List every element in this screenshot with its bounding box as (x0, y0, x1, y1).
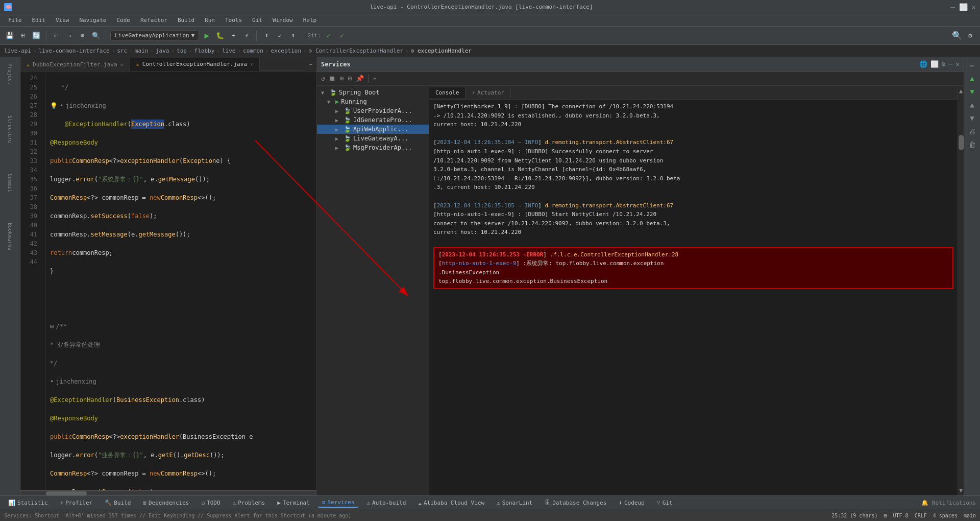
right-icon-up2[interactable]: ▲ (968, 99, 975, 110)
editor-scrollbar-h[interactable] (20, 490, 316, 495)
code-content[interactable]: */ 💡 • jinchenxing @ExceptionHandler(Exc… (46, 72, 316, 490)
status-indent[interactable]: 4 spaces (933, 513, 958, 518)
tree-api-web[interactable]: ▶ 🍃 ApiWebApplic... (317, 125, 429, 134)
menu-window[interactable]: Window (268, 16, 297, 25)
status-branch[interactable]: main (964, 513, 976, 518)
services-close-icon[interactable]: ✕ (955, 60, 960, 68)
toolbar-forward[interactable]: → (64, 30, 75, 41)
right-icon-down2[interactable]: ▼ (968, 112, 975, 124)
project-icon[interactable]: Project (5, 61, 15, 87)
run-configuration[interactable]: LiveGatewayApplication ▼ (110, 31, 199, 40)
tab-close[interactable]: ✕ (120, 62, 124, 67)
menu-build[interactable]: Build (174, 16, 199, 25)
menu-tools[interactable]: Tools (221, 16, 246, 25)
toolbar-nav[interactable]: ⊕ (77, 30, 88, 41)
tabs-more[interactable]: ⋯ (304, 58, 316, 71)
bottom-tab-todo[interactable]: ☑ TODO (197, 499, 224, 507)
profiler-icon: ⚡ (60, 500, 64, 506)
tab-controller-exception-handler[interactable]: ☕ ControllerExceptionHandler.java ✕ (130, 58, 260, 71)
bottom-tab-services[interactable]: ⚙ Services (318, 498, 359, 508)
right-icon-delete[interactable]: 🗑 (967, 139, 977, 150)
coverage-button[interactable]: ☂ (228, 30, 239, 41)
bottom-tab-problems[interactable]: ⚠ Problems (229, 499, 270, 507)
bottom-tab-profiler[interactable]: ⚡ Profiler (56, 499, 97, 507)
tab-dubbo-filter[interactable]: ☕ DubboExceptionFilter.java ✕ (20, 58, 130, 71)
profile-button[interactable]: ⚡ (241, 30, 252, 41)
tree-live-gateway[interactable]: ▶ 🍃 LiveGatewayA... (317, 134, 429, 143)
menu-code[interactable]: Code (112, 16, 134, 25)
tree-user-provider[interactable]: ▶ 🍃 UserProviderA... (317, 106, 429, 115)
tree-arrow-spring: ▼ (321, 90, 327, 96)
services-settings-icon[interactable]: ⚙ (942, 60, 946, 68)
menu-edit[interactable]: Edit (28, 16, 50, 25)
right-icon-print[interactable]: 🖨 (967, 126, 977, 137)
tree-id-generate[interactable]: ▶ 🍃 IdGeneratePro... (317, 115, 429, 125)
console-scrollbar[interactable]: ▲ ▼ (958, 86, 964, 495)
menu-git[interactable]: Git (248, 16, 266, 25)
menu-help[interactable]: Help (299, 16, 321, 25)
search-button[interactable]: 🔍 (951, 30, 963, 41)
bottom-tab-sonar[interactable]: ⚠ SonarLint (493, 499, 536, 507)
menu-navigate[interactable]: Navigate (76, 16, 111, 25)
right-icon-up1[interactable]: ▲ (968, 73, 975, 84)
bottom-tab-terminal[interactable]: ▶ Terminal (273, 499, 314, 507)
structure-icon[interactable]: Structure (5, 113, 15, 145)
bottom-tab-auto-build[interactable]: ⚠ Auto-build (362, 499, 410, 507)
toolbar-search-everywhere[interactable]: 🔍 (90, 30, 102, 41)
scroll-up[interactable]: ▲ (958, 86, 964, 96)
menu-run[interactable]: Run (201, 16, 219, 25)
bottom-tab-build[interactable]: 🔨 Build (101, 499, 135, 507)
tab-console[interactable]: Console (429, 87, 465, 98)
notifications-icon[interactable]: 🔔 Notifications (921, 500, 976, 506)
tree-running[interactable]: ▼ ▶ Running (317, 97, 429, 106)
bottom-tab-statistic[interactable]: 📊 Statistic (4, 499, 52, 507)
menu-file[interactable]: File (4, 16, 26, 25)
status-position[interactable]: 25:32 (9 chars) (831, 513, 877, 518)
services-title: Services (321, 61, 919, 68)
right-icon-edit[interactable]: ✏ (968, 59, 975, 70)
svc-rerun-btn[interactable]: ↺ (320, 74, 326, 83)
menu-view[interactable]: View (52, 16, 74, 25)
bottom-tab-git[interactable]: ⑂ Git (653, 499, 677, 507)
settings-button[interactable]: ⚙ (965, 30, 976, 41)
title-bar-controls[interactable]: ─ ⬜ ✕ (950, 3, 976, 11)
code-editor[interactable]: 24 25 26 27 28 29 30 31 32 33 34 35 36 3… (20, 72, 316, 490)
scroll-down[interactable]: ▼ (958, 485, 964, 495)
console-output[interactable]: [NettyClientWorker-1-9] : [DUBBO] The co… (429, 100, 958, 495)
statistic-icon: 📊 (8, 500, 15, 506)
status-encoding[interactable]: UTF-8 (893, 513, 909, 518)
git-ok[interactable]: ✓ (323, 30, 334, 41)
services-expand-icon[interactable]: ⬜ (930, 60, 939, 68)
commit-icon[interactable]: Commit (5, 172, 15, 194)
menu-refactor[interactable]: Refactor (136, 16, 172, 25)
tab-close-active[interactable]: ✕ (250, 61, 253, 67)
svc-pin-btn[interactable]: 📌 (355, 74, 365, 83)
git-push[interactable]: ⬆ (287, 30, 299, 41)
tree-spring-boot[interactable]: ▼ 🍃 Spring Boot (317, 88, 429, 97)
tab-actuator[interactable]: ⚡ Actuator (465, 87, 511, 98)
bottom-tab-alibaba[interactable]: ☁ Alibaba Cloud View (414, 499, 488, 507)
run-button[interactable]: ▶ (201, 30, 212, 41)
toolbar-sync[interactable]: 🔄 (31, 30, 42, 41)
bookmarks-icon[interactable]: Bookmarks (5, 221, 15, 252)
toolbar-back[interactable]: ← (51, 30, 62, 41)
scrollbar-thumb[interactable] (46, 491, 87, 495)
svc-group-btn[interactable]: ⊞ (339, 74, 345, 83)
bottom-tab-db[interactable]: 🗄 Database Changes (541, 499, 610, 507)
tree-msg-provider[interactable]: ▶ 🍃 MsgProviderAp... (317, 143, 429, 152)
bottom-tab-codeup[interactable]: ⬆ Codeup (615, 499, 648, 507)
git-commit[interactable]: ✓ (274, 30, 285, 41)
svc-filter-btn[interactable]: ⊟ (347, 74, 353, 83)
right-icon-down1[interactable]: ▼ (968, 86, 975, 97)
services-minimize-icon[interactable]: ─ (948, 60, 952, 68)
svc-more[interactable]: » (373, 75, 376, 82)
git-update[interactable]: ⬆ (261, 30, 272, 41)
bottom-tab-dependencies[interactable]: ⊞ Dependencies (139, 499, 193, 507)
svc-stop-btn[interactable]: ⏹ (328, 74, 337, 83)
scroll-thumb-v[interactable] (959, 135, 964, 150)
toolbar-save[interactable]: 💾 (4, 30, 15, 41)
git-check[interactable]: ✓ (336, 30, 348, 41)
toolbar-save-all[interactable]: ⊞ (17, 30, 29, 41)
debug-button[interactable]: 🐛 (214, 30, 226, 41)
services-globe-icon[interactable]: 🌐 (919, 60, 927, 68)
